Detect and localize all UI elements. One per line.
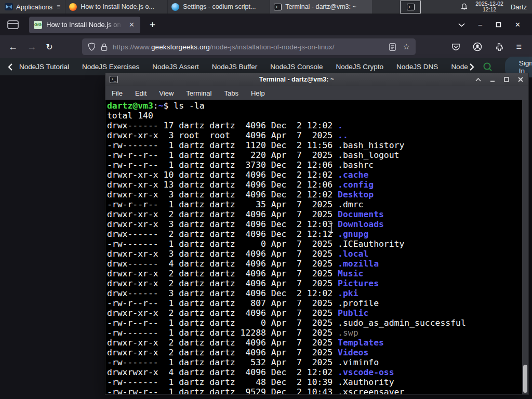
site-search-icon[interactable] — [483, 62, 493, 72]
pocket-icon[interactable] — [451, 43, 460, 51]
window-close-icon[interactable]: ✕ — [515, 21, 521, 29]
terminal-menubar: FileEditViewTerminalTabsHelp — [105, 86, 528, 100]
tab-close-icon[interactable]: ✕ — [128, 21, 136, 29]
taskbar-window-button[interactable]: How to Install Node.js o... — [65, 0, 167, 14]
terminal-menu-view[interactable]: View — [159, 89, 174, 97]
file-name: Public — [338, 308, 368, 318]
file-name: .cache — [338, 170, 368, 180]
site-favicon: GfG — [34, 21, 42, 29]
window-minimize-icon[interactable]: – — [478, 21, 482, 29]
file-name: Templates — [338, 338, 384, 348]
subnav-link[interactable]: Node — [451, 63, 468, 71]
notification-bell-icon[interactable] — [460, 3, 468, 11]
terminal-scrollbar[interactable] — [522, 100, 528, 394]
url-text: https://www.geeksforgeeks.org/node-js/in… — [113, 43, 384, 51]
file-name: . — [338, 121, 343, 130]
app-menu-icon[interactable]: ≡ — [516, 42, 522, 52]
subnav-back-chevron-icon[interactable] — [8, 63, 13, 71]
terminal-line: -rw------- 1 dartz dartz 0 Apr 7 2025 .I… — [107, 239, 521, 249]
terminal-scrollbar-thumb[interactable] — [523, 365, 527, 393]
clock-time: 12:12 — [475, 7, 503, 13]
taskbar-window-button[interactable]: ›_Terminal - dartz@vm3: ~ — [270, 0, 372, 14]
file-name: .config — [338, 180, 374, 190]
account-icon[interactable] — [473, 42, 482, 51]
terminal-maximize-icon[interactable] — [504, 77, 509, 82]
file-name: .xscreensaver — [338, 387, 404, 394]
window-maximize-icon[interactable] — [496, 22, 501, 28]
terminal-rollup-icon[interactable] — [475, 78, 481, 82]
file-name: .viminfo — [338, 357, 379, 367]
file-name: Music — [338, 269, 363, 278]
terminal-line: drwx------ 2 dartz dartz 4096 Dec 2 12:1… — [107, 229, 521, 239]
applications-menu-button[interactable]: Applications ≡ — [0, 0, 65, 14]
terminal-line: dartz@vm3:~$ ls -la — [107, 101, 521, 111]
reader-view-icon[interactable] — [389, 43, 396, 51]
firefox-view-button[interactable] — [7, 20, 19, 29]
terminal-line: drwxr-xr-x 13 dartz dartz 4096 Dec 2 12:… — [107, 180, 521, 190]
terminal-titlebar[interactable]: ›_ Terminal - dartz@vm3: ~ — [105, 73, 528, 86]
subnav-link[interactable]: NodeJS Buffer — [212, 63, 258, 71]
forward-button[interactable]: → — [25, 42, 38, 52]
extensions-puzzle-icon[interactable] — [495, 43, 503, 51]
new-tab-button[interactable]: + — [147, 19, 158, 31]
terminal-line: drwxr-xr-x 2 dartz dartz 4096 Apr 7 2025… — [107, 278, 521, 288]
terminal-line: -rw------- 1 dartz dartz 48 Dec 2 10:39 … — [107, 377, 521, 387]
subnav-forward-chevron-icon[interactable] — [469, 63, 474, 71]
terminal-line: -rw------- 1 dartz dartz 532 Apr 7 2025 … — [107, 357, 521, 367]
reload-button[interactable]: ↻ — [43, 42, 56, 52]
clock[interactable]: 2025-12-02 12:12 — [475, 1, 503, 13]
terminal-line: drwxr-xr-x 2 dartz dartz 4096 Apr 7 2025… — [107, 269, 521, 278]
user-menu[interactable]: Dartz — [511, 3, 527, 11]
taskbar-right: 2025-12-02 12:12 Dartz — [460, 0, 532, 14]
terminal-titlebar-icon: ›_ — [110, 76, 118, 83]
taskbar-window-title: How to Install Node.js o... — [81, 3, 154, 10]
terminal-line: drwxrwxr-x 4 dartz dartz 4096 Dec 2 12:0… — [107, 367, 521, 377]
tray-terminal-launcher[interactable]: ›_ — [400, 1, 421, 14]
terminal-menu-help[interactable]: Help — [251, 89, 265, 97]
taskbar-spacer — [372, 0, 400, 14]
subnav-link[interactable]: NodeJS Console — [270, 63, 323, 71]
file-name: .profile — [338, 298, 379, 308]
taskbar-window-title: Settings - codium script... — [183, 3, 256, 10]
terminal-menu-tabs[interactable]: Tabs — [224, 89, 238, 97]
applications-icon — [5, 3, 13, 11]
subnav-link[interactable]: NodeJS Crypto — [336, 63, 384, 71]
terminal-menu-edit[interactable]: Edit — [135, 89, 147, 97]
tracking-shield-icon[interactable] — [88, 43, 96, 51]
taskbar: Applications ≡ How to Install Node.js o.… — [0, 0, 532, 14]
terminal-line: -rw-r--r-- 1 dartz dartz 807 Apr 7 2025 … — [107, 298, 521, 308]
file-name: .bash_logout — [338, 150, 399, 160]
lock-icon[interactable] — [101, 43, 108, 51]
file-name: .local — [338, 249, 368, 259]
terminal-icon: ›_ — [274, 4, 282, 10]
terminal-close-icon[interactable] — [518, 77, 523, 82]
terminal-minimize-icon[interactable] — [490, 77, 495, 82]
terminal-window-controls — [475, 77, 524, 82]
terminal-title: Terminal - dartz@vm3: ~ — [118, 76, 475, 83]
subnav-link[interactable]: NodeJS Tutorial — [19, 63, 69, 71]
terminal-lines: dartz@vm3:~$ ls -latotal 140drwx------ 1… — [107, 101, 521, 394]
file-name: .ICEauthority — [338, 239, 404, 249]
terminal-line: drwxr-xr-x 3 dartz dartz 4096 Apr 7 2025… — [107, 249, 521, 259]
terminal-icon: ›_ — [407, 4, 415, 10]
terminal-output[interactable]: dartz@vm3:~$ ls -latotal 140drwx------ 1… — [105, 100, 528, 394]
subnav-link[interactable]: NodeJS DNS — [396, 63, 438, 71]
list-all-tabs-icon[interactable] — [458, 23, 465, 27]
back-button[interactable]: ← — [6, 42, 20, 52]
file-name: Downloads — [338, 219, 384, 229]
bookmark-star-icon[interactable]: ☆ — [403, 42, 410, 51]
terminal-line: drwx------ 3 dartz dartz 4096 Dec 2 12:0… — [107, 288, 521, 298]
terminal-line: -rw-r--r-- 1 dartz dartz 3730 Dec 2 12:0… — [107, 160, 521, 170]
url-bar[interactable]: https://www.geeksforgeeks.org/node-js/in… — [82, 38, 416, 55]
screen: Applications ≡ How to Install Node.js o.… — [0, 0, 532, 399]
subnav-link[interactable]: NodeJS Exercises — [82, 63, 139, 71]
terminal-line: drwxr-xr-x 10 dartz dartz 4096 Dec 2 12:… — [107, 170, 521, 180]
subnav-link[interactable]: NodeJS Assert — [152, 63, 198, 71]
file-name: .bash_history — [338, 140, 404, 150]
file-name: .. — [338, 130, 348, 140]
terminal-menu-file[interactable]: File — [112, 89, 123, 97]
terminal-line: drwx------ 17 dartz dartz 4096 Dec 2 12:… — [107, 121, 521, 130]
taskbar-window-button[interactable]: Settings - codium script... — [167, 0, 270, 14]
terminal-menu-terminal[interactable]: Terminal — [186, 89, 211, 97]
browser-tab[interactable]: GfG How to Install Node.js on ✕ — [29, 17, 140, 33]
